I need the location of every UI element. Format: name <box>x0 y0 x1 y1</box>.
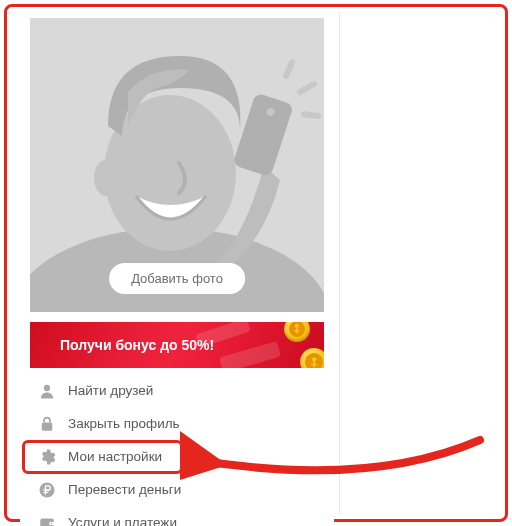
ruble-icon <box>38 481 56 499</box>
add-photo-label: Добавить фото <box>131 271 223 286</box>
wallet-icon <box>38 514 56 527</box>
menu-item-label: Найти друзей <box>68 383 153 398</box>
menu-item-label: Мои настройки <box>68 449 162 464</box>
svg-point-15 <box>51 522 53 524</box>
menu-item-settings[interactable]: Мои настройки <box>30 440 324 473</box>
vertical-divider <box>339 12 340 514</box>
person-icon <box>38 382 56 400</box>
menu-item-transfer-money[interactable]: Перевести деньги <box>30 473 324 506</box>
svg-rect-3 <box>232 92 294 177</box>
add-photo-button[interactable]: Добавить фото <box>109 263 245 294</box>
menu-item-payments[interactable]: Услуги и платежи <box>30 506 324 526</box>
svg-line-7 <box>304 114 318 116</box>
profile-sidebar: Добавить фото Получи бонус до 50%! Найти… <box>20 12 334 526</box>
coin-icon <box>284 322 310 342</box>
gear-icon <box>38 448 56 466</box>
menu-item-label: Услуги и платежи <box>68 515 177 526</box>
menu-item-label: Закрыть профиль <box>68 416 180 431</box>
svg-point-10 <box>44 384 50 390</box>
coin-icon <box>300 348 324 368</box>
bonus-text: Получи бонус до 50%! <box>60 337 214 353</box>
bonus-banner[interactable]: Получи бонус до 50%! <box>30 322 324 368</box>
menu-item-label: Перевести деньги <box>68 482 181 497</box>
svg-rect-11 <box>42 422 53 430</box>
menu-item-close-profile[interactable]: Закрыть профиль <box>30 407 324 440</box>
sidebar-menu: Найти друзей Закрыть профиль Мои настрой… <box>20 374 334 526</box>
svg-line-6 <box>300 84 314 92</box>
lock-icon <box>38 415 56 433</box>
svg-point-2 <box>94 160 118 196</box>
menu-item-find-friends[interactable]: Найти друзей <box>30 374 324 407</box>
avatar-placeholder[interactable]: Добавить фото <box>30 18 324 312</box>
svg-line-5 <box>286 62 292 76</box>
